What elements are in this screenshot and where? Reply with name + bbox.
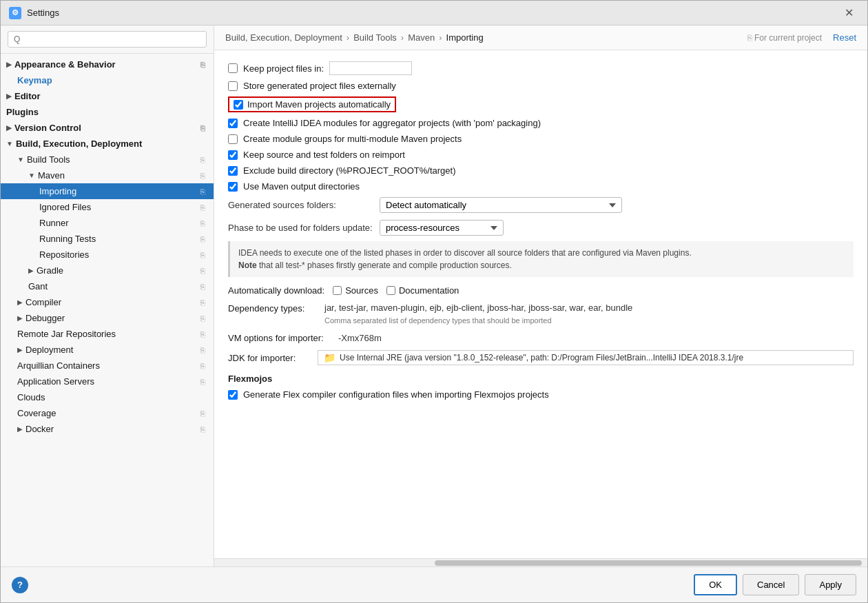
create-module-groups-checkbox[interactable]: [228, 134, 238, 144]
sidebar-item-appearance[interactable]: ▶ Appearance & Behavior ⎘: [1, 57, 214, 72]
store-generated-label[interactable]: Store generated project files externally: [243, 81, 396, 91]
documentation-checkbox[interactable]: [386, 286, 395, 295]
use-maven-output-row: Use Maven output directories: [228, 181, 854, 192]
dependency-types-hint: Comma separated list of dependency types…: [324, 316, 854, 325]
copy-icon: ⎘: [200, 156, 205, 164]
sidebar-item-maven[interactable]: ▼ Maven ⎘: [1, 167, 214, 183]
breadcrumb: Build, Execution, Deployment › Build Too…: [214, 25, 867, 50]
sidebar-item-label: Gradle: [37, 265, 63, 276]
keep-project-files-checkbox[interactable]: [228, 63, 238, 73]
sidebar-item-label: Clouds: [17, 392, 45, 402]
sidebar-item-build-execution[interactable]: ▼ Build, Execution, Deployment: [1, 136, 214, 152]
sidebar-item-label: Runner: [39, 218, 69, 228]
keep-source-label[interactable]: Keep source and test folders on reimport: [243, 150, 405, 160]
sidebar-item-label: Deployment: [25, 345, 73, 355]
copy-icon: ⎘: [200, 187, 205, 196]
ok-button[interactable]: OK: [694, 574, 737, 595]
arrow-icon: ▶: [6, 61, 12, 68]
documentation-checkbox-label[interactable]: Documentation: [386, 285, 459, 296]
breadcrumb-part-1: Build, Execution, Deployment: [225, 32, 342, 43]
flexmojos-title: Flexmojos: [228, 374, 854, 384]
vm-options-label: VM options for importer:: [228, 333, 338, 343]
copy-icon: ⎘: [200, 124, 205, 132]
sidebar-item-compiler[interactable]: ▶ Compiler ⎘: [1, 294, 214, 310]
arrow-icon: ▶: [17, 346, 23, 354]
arrow-icon: ▼: [6, 140, 13, 147]
close-button[interactable]: ✕: [839, 3, 859, 22]
dependency-types-value: jar, test-jar, maven-plugin, ejb, ejb-cl…: [324, 303, 854, 313]
sidebar-item-editor[interactable]: ▶ Editor: [1, 88, 214, 104]
copy-icon: ⎘: [200, 267, 205, 275]
generate-flex-label[interactable]: Generate Flex compiler configuration fil…: [243, 389, 549, 400]
sidebar-item-running-tests[interactable]: Running Tests ⎘: [1, 231, 214, 247]
copy-icon: ⎘: [200, 235, 205, 243]
phase-dropdown[interactable]: process-resources generate-sources gener…: [380, 220, 504, 236]
use-maven-output-checkbox[interactable]: [228, 182, 238, 192]
import-maven-highlighted: Import Maven projects automatically: [228, 96, 396, 112]
sidebar-item-debugger[interactable]: ▶ Debugger ⎘: [1, 310, 214, 326]
exclude-build-label[interactable]: Exclude build directory (%PROJECT_ROOT%/…: [243, 165, 455, 176]
jdk-importer-text: Use Internal JRE (java version "1.8.0_15…: [340, 353, 743, 362]
sidebar-item-plugins[interactable]: Plugins: [1, 104, 214, 120]
arrow-icon: ▶: [17, 425, 23, 433]
exclude-build-row: Exclude build directory (%PROJECT_ROOT%/…: [228, 165, 854, 176]
create-module-groups-label[interactable]: Create module groups for multi-module Ma…: [243, 134, 462, 144]
sidebar-item-runner[interactable]: Runner ⎘: [1, 215, 214, 231]
arrow-icon: ▶: [6, 124, 12, 132]
sidebar-item-deployment[interactable]: ▶ Deployment ⎘: [1, 342, 214, 358]
sidebar-item-label: Debugger: [25, 313, 65, 323]
sidebar-item-coverage[interactable]: Coverage ⎘: [1, 405, 214, 421]
sidebar-item-gant[interactable]: Gant ⎘: [1, 278, 214, 294]
help-button[interactable]: ?: [12, 577, 28, 593]
import-maven-label[interactable]: Import Maven projects automatically: [247, 99, 391, 110]
search-input[interactable]: [8, 31, 207, 48]
reset-link[interactable]: Reset: [833, 32, 856, 43]
keep-project-files-input[interactable]: [329, 61, 412, 75]
apply-button[interactable]: Apply: [805, 574, 856, 595]
keep-source-checkbox[interactable]: [228, 150, 238, 160]
sidebar-item-docker[interactable]: ▶ Docker ⎘: [1, 421, 214, 437]
import-maven-row: Import Maven projects automatically: [228, 96, 854, 112]
create-intellij-checkbox[interactable]: [228, 119, 238, 128]
create-intellij-label[interactable]: Create IntelliJ IDEA modules for aggrega…: [243, 118, 541, 128]
sidebar-item-ignored-files[interactable]: Ignored Files ⎘: [1, 199, 214, 215]
sidebar-item-label: Build, Execution, Deployment: [16, 139, 142, 149]
sidebar-item-keymap[interactable]: Keymap: [1, 72, 214, 88]
copy-icon: ⎘: [200, 219, 205, 227]
app-icon: ⚙: [9, 7, 21, 19]
cancel-button[interactable]: Cancel: [743, 574, 799, 595]
sidebar-item-gradle[interactable]: ▶ Gradle ⎘: [1, 263, 214, 278]
generated-sources-dropdown[interactable]: Detect automatically Don't detect Each g…: [380, 197, 622, 213]
sidebar-item-build-tools[interactable]: ▼ Build Tools ⎘: [1, 152, 214, 167]
copy-icon: ⎘: [200, 251, 205, 259]
main-panel: Build, Execution, Deployment › Build Too…: [214, 25, 867, 566]
sources-checkbox-label[interactable]: Sources: [333, 285, 378, 296]
copy-icon: ⎘: [200, 378, 205, 386]
horizontal-scrollbar[interactable]: [214, 558, 867, 566]
phase-note-bold: Note: [238, 260, 257, 270]
copy-icon: ⎘: [200, 330, 205, 338]
sidebar-item-importing[interactable]: Importing ⎘: [1, 183, 214, 199]
sidebar-item-label: Docker: [25, 424, 54, 434]
use-maven-output-label[interactable]: Use Maven output directories: [243, 181, 360, 192]
sidebar-item-arquillian[interactable]: Arquillian Containers ⎘: [1, 358, 214, 374]
sidebar-item-clouds[interactable]: Clouds: [1, 389, 214, 405]
auto-download-label: Automatically download:: [228, 285, 324, 296]
keep-project-files-label[interactable]: Keep project files in:: [243, 63, 324, 74]
sidebar-item-version-control[interactable]: ▶ Version Control ⎘: [1, 120, 214, 136]
import-maven-checkbox[interactable]: [234, 100, 243, 110]
sidebar-item-label: Keymap: [17, 75, 52, 85]
sidebar-item-repositories[interactable]: Repositories ⎘: [1, 247, 214, 263]
sidebar-item-app-servers[interactable]: Application Servers ⎘: [1, 374, 214, 389]
phase-row: Phase to be used for folders update: pro…: [228, 220, 854, 236]
sources-checkbox[interactable]: [333, 286, 342, 295]
sidebar-item-label: Importing: [39, 186, 76, 196]
title-bar-title: Settings: [27, 8, 839, 18]
sidebar-item-label: Build Tools: [27, 154, 70, 165]
sidebar-item-label: Compiler: [25, 297, 61, 307]
sidebar-item-remote-jar[interactable]: Remote Jar Repositories ⎘: [1, 326, 214, 342]
exclude-build-checkbox[interactable]: [228, 166, 238, 176]
jdk-importer-value[interactable]: 📁 Use Internal JRE (java version "1.8.0_…: [318, 350, 854, 365]
generate-flex-checkbox[interactable]: [228, 390, 238, 400]
store-generated-checkbox[interactable]: [228, 81, 238, 91]
